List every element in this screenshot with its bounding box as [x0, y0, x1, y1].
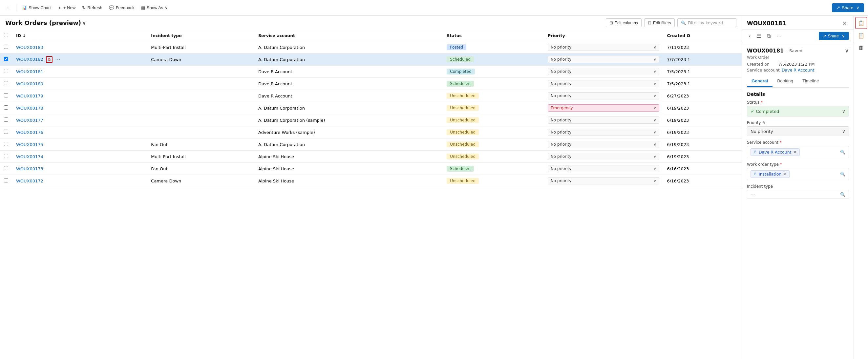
close-icon: ✕: [842, 20, 847, 27]
priority-dropdown[interactable]: No priority ∨: [548, 68, 659, 75]
row-created-cell: 6/19/2023: [663, 151, 742, 163]
row-checkbox[interactable]: [4, 118, 8, 122]
row-id-link[interactable]: WOUX00172: [16, 179, 43, 183]
row-checkbox[interactable]: [4, 166, 8, 170]
header-status[interactable]: Status: [443, 30, 544, 41]
tab-timeline[interactable]: Timeline: [798, 76, 824, 87]
priority-field: Priority ✎ No priority ∨: [747, 120, 849, 136]
row-id-link[interactable]: WOUX00173: [16, 167, 43, 171]
row-id-link[interactable]: WOUX00179: [16, 93, 43, 98]
strip-bot-button[interactable]: 🗑: [855, 42, 867, 54]
edit-filters-icon: ⊟: [648, 20, 651, 25]
header-created[interactable]: Created O: [663, 30, 742, 41]
header-service-account[interactable]: Service account: [254, 30, 443, 41]
priority-dropdown[interactable]: No priority ∨: [548, 177, 659, 184]
row-checkbox[interactable]: [4, 105, 8, 110]
share-button[interactable]: ↗ Share ∨: [832, 3, 864, 12]
row-more-button[interactable]: ⋯: [54, 56, 62, 63]
row-checkbox[interactable]: [4, 57, 8, 61]
wo-collapse-button[interactable]: ∨: [845, 47, 849, 54]
panel-share-chevron: ∨: [842, 33, 845, 38]
row-checkbox-cell: [0, 78, 12, 90]
priority-dropdown[interactable]: No priority ∨: [548, 141, 659, 148]
strip-mid-button[interactable]: 📋: [855, 30, 867, 41]
filter-search-icon: 🔍: [681, 20, 686, 25]
priority-dropdown[interactable]: Emergency ∨: [548, 104, 659, 112]
back-button[interactable]: ←: [4, 4, 13, 12]
edit-filters-button[interactable]: ⊟ Edit filters: [644, 19, 675, 27]
row-checkbox[interactable]: [4, 69, 8, 73]
filter-input-container[interactable]: 🔍 Filter by keyword: [677, 19, 736, 27]
row-checkbox[interactable]: [4, 178, 8, 182]
status-badge: Unscheduled: [446, 129, 479, 135]
priority-dropdown[interactable]: No priority ∨: [548, 117, 659, 124]
header-priority[interactable]: Priority: [544, 30, 663, 41]
panel-share-button[interactable]: ↗ Share ∨: [819, 32, 849, 40]
close-button[interactable]: ✕: [840, 19, 849, 28]
priority-dropdown[interactable]: No priority ∨: [548, 43, 659, 51]
edit-columns-button[interactable]: ⊞ Edit columns: [606, 19, 642, 27]
priority-value[interactable]: No priority ∨: [747, 126, 849, 136]
row-id-link[interactable]: WOUX00180: [16, 81, 43, 86]
show-as-button[interactable]: ▦ Show As ∨: [138, 4, 171, 12]
row-id-link[interactable]: WOUX00182: [16, 57, 43, 62]
work-order-type-field-value[interactable]: 🗋 Installation ✕ 🔍: [747, 168, 849, 180]
row-record-icon-button[interactable]: ⧉: [46, 56, 53, 63]
priority-dropdown[interactable]: No priority ∨: [548, 153, 659, 160]
row-checkbox-cell: [0, 102, 12, 114]
panel-share-icon: ↗: [823, 33, 826, 38]
row-id-cell: WOUX00177: [12, 114, 147, 126]
nav-page-icon-button[interactable]: ☰: [754, 32, 763, 40]
row-status-cell: Completed: [443, 66, 544, 78]
row-id-link[interactable]: WOUX00181: [16, 69, 43, 74]
row-id-cell: WOUX00182⧉⋯: [12, 54, 147, 66]
incident-type-input[interactable]: --- 🔍: [747, 190, 849, 199]
tab-general[interactable]: General: [747, 76, 773, 87]
work-order-type-chip-remove[interactable]: ✕: [784, 172, 786, 176]
row-incident-cell: [147, 90, 254, 102]
priority-dropdown[interactable]: No priority ∨: [548, 92, 659, 99]
row-id-link[interactable]: WOUX00178: [16, 106, 43, 111]
select-all-checkbox[interactable]: [4, 33, 8, 37]
feedback-button[interactable]: 💬 Feedback: [106, 4, 137, 12]
priority-dropdown[interactable]: No priority ∨: [548, 129, 659, 136]
nav-more-button[interactable]: ⋯: [774, 32, 784, 40]
tab-booking[interactable]: Booking: [773, 76, 798, 87]
status-value[interactable]: ✓ Completed ∨: [747, 106, 849, 117]
row-id-link[interactable]: WOUX00183: [16, 45, 43, 50]
priority-dropdown[interactable]: No priority ∨: [548, 80, 659, 87]
priority-dropdown[interactable]: No priority ∨: [548, 165, 659, 172]
service-account-chip-remove[interactable]: ✕: [794, 150, 797, 154]
new-button[interactable]: ＋ + New: [55, 3, 78, 12]
row-checkbox[interactable]: [4, 154, 8, 158]
row-checkbox[interactable]: [4, 81, 8, 85]
nav-edit-button[interactable]: ⧉: [765, 32, 773, 40]
service-account-field-label: Service account *: [747, 140, 849, 145]
service-account-meta-value[interactable]: Dave R Account: [782, 68, 814, 72]
row-account-cell: A. Datum Corporation: [254, 102, 443, 114]
row-incident-cell: Multi-Part Install: [147, 151, 254, 163]
row-incident-cell: Camera Down: [147, 175, 254, 187]
strip-top-button[interactable]: 📋: [855, 17, 867, 29]
row-checkbox[interactable]: [4, 130, 8, 134]
row-id-link[interactable]: WOUX00174: [16, 154, 43, 159]
row-checkbox[interactable]: [4, 44, 8, 49]
nav-back-button[interactable]: ‹: [747, 32, 752, 40]
row-priority-cell: No priority ∨: [544, 66, 663, 78]
new-icon: ＋: [57, 5, 62, 11]
show-chart-button[interactable]: 📊 Show Chart: [19, 4, 54, 12]
service-account-field-value[interactable]: 🗋 Dave R Account ✕ 🔍: [747, 146, 849, 158]
row-id-link[interactable]: WOUX00176: [16, 130, 43, 135]
service-account-meta-label: Service account: [747, 68, 780, 72]
refresh-button[interactable]: ↻ Refresh: [80, 4, 105, 12]
row-checkbox[interactable]: [4, 142, 8, 146]
header-incident-type[interactable]: Incident type: [147, 30, 254, 41]
service-account-search-icon: 🔍: [840, 150, 845, 155]
header-id[interactable]: ID ↓: [12, 30, 147, 41]
work-order-type-required-marker: *: [780, 162, 782, 167]
priority-dropdown[interactable]: No priority ∨: [548, 56, 659, 63]
row-id-link[interactable]: WOUX00177: [16, 118, 43, 123]
row-id-link[interactable]: WOUX00175: [16, 142, 43, 147]
row-checkbox[interactable]: [4, 93, 8, 97]
row-status-cell: Unscheduled: [443, 175, 544, 187]
